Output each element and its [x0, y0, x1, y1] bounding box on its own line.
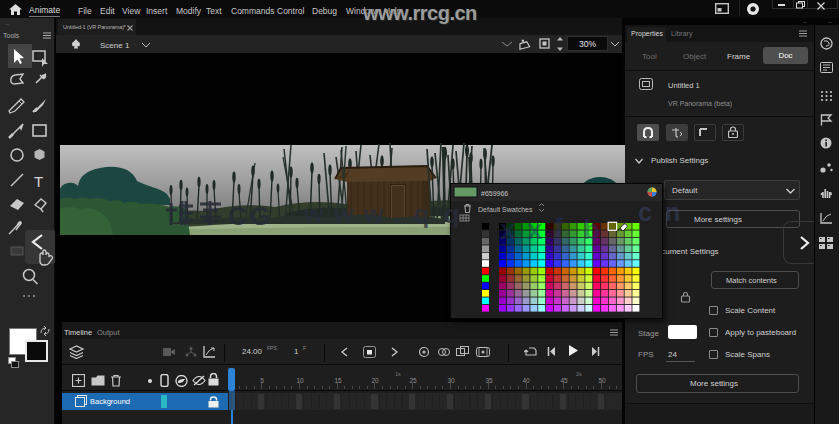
svg-text:T: T [34, 173, 43, 190]
svg-text:f: f [554, 212, 564, 243]
svg-text:C: C [228, 201, 247, 231]
svg-text:q: q [444, 200, 459, 228]
svg-text:w: w [333, 200, 354, 228]
svg-text:w: w [363, 200, 384, 228]
svg-text:w: w [303, 200, 324, 228]
svg-text:G: G [250, 201, 270, 231]
svg-text:x: x [527, 214, 543, 245]
svg-text:x: x [500, 214, 516, 245]
svg-text:b: b [583, 214, 600, 245]
svg-text:#659966: #659966 [481, 190, 508, 197]
svg-text:q: q [414, 200, 429, 228]
svg-text:.: . [394, 200, 401, 228]
